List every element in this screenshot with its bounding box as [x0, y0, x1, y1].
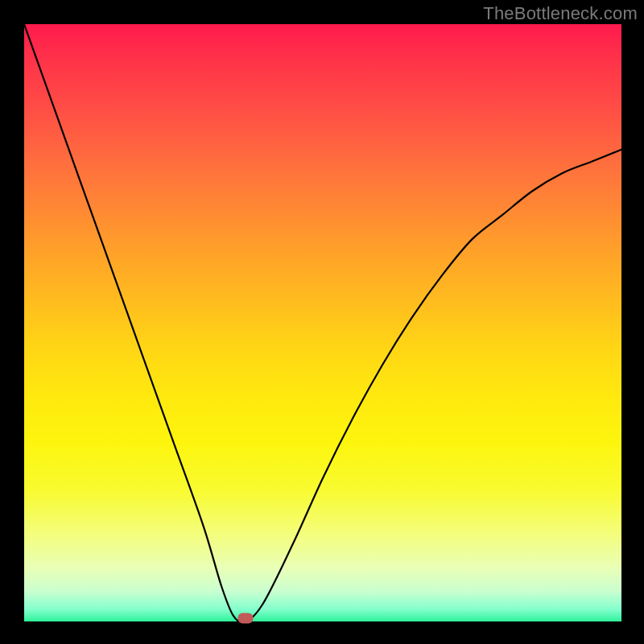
curve-path	[24, 24, 621, 621]
curve-svg	[24, 24, 621, 621]
chart-frame: TheBottleneck.com	[0, 0, 644, 644]
plot-area	[24, 24, 621, 621]
watermark-text: TheBottleneck.com	[483, 3, 638, 24]
minimum-marker	[237, 613, 253, 624]
